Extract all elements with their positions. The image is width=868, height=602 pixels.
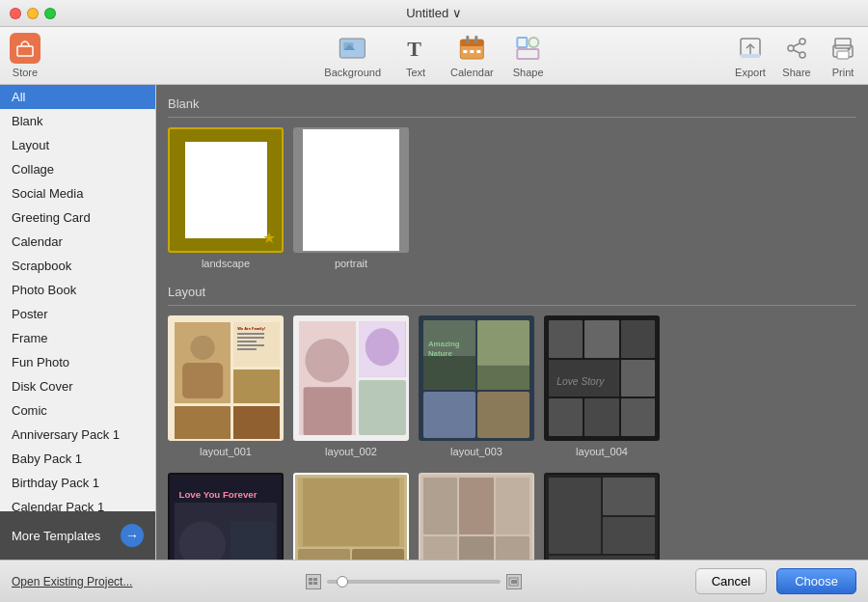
- sidebar-item-poster[interactable]: Poster: [0, 302, 155, 326]
- svg-point-36: [366, 328, 399, 366]
- layout-004-label: layout_004: [576, 446, 628, 457]
- sidebar-item-calendar-pack-1[interactable]: Calendar Pack 1: [0, 495, 155, 511]
- share-button[interactable]: Share: [781, 33, 812, 78]
- template-layout-006[interactable]: layout_006: [293, 473, 409, 560]
- background-button[interactable]: Background: [324, 33, 381, 78]
- text-line-1: [237, 333, 264, 335]
- layout-006-photo3: [352, 549, 404, 560]
- blank-templates-grid: ★ landscape portrait: [168, 127, 856, 269]
- sidebar-item-scrapbook[interactable]: Scrapbook: [0, 254, 155, 278]
- zoom-slider[interactable]: [327, 580, 501, 584]
- sidebar-item-baby-pack-1[interactable]: Baby Pack 1: [0, 447, 155, 471]
- sidebar-item-frame-label: Frame: [12, 331, 48, 345]
- sidebar-item-birthday-pack-1[interactable]: Birthday Pack 1: [0, 471, 155, 495]
- shape-button[interactable]: Shape: [513, 33, 544, 78]
- sidebar-item-all[interactable]: All: [0, 85, 155, 109]
- svg-point-17: [800, 39, 805, 44]
- text-button[interactable]: T Text: [400, 33, 431, 78]
- share-label: Share: [782, 67, 810, 78]
- sidebar-item-collage[interactable]: Collage: [0, 157, 155, 181]
- export-icon: [735, 33, 766, 64]
- layout-002-grid: [295, 317, 407, 439]
- layout-001-label: layout_001: [200, 446, 252, 457]
- sidebar-item-greeting-card[interactable]: Greeting Card: [0, 205, 155, 230]
- sidebar: All Blank Layout Collage Social Media Gr…: [0, 85, 156, 560]
- layout-007-p4: [423, 536, 457, 560]
- template-layout-007[interactable]: layout_007: [419, 473, 534, 560]
- background-icon: [338, 33, 368, 64]
- sidebar-item-layout-label: Layout: [12, 138, 49, 152]
- sidebar-item-calendar[interactable]: Calendar: [0, 230, 155, 254]
- sidebar-item-anniversary-pack-1[interactable]: Anniversary Pack 1: [0, 423, 155, 447]
- portrait-inner: [303, 129, 399, 251]
- sidebar-item-frame[interactable]: Frame: [0, 326, 155, 350]
- layout-002-photo2: [359, 321, 406, 377]
- template-layout-002[interactable]: layout_002: [293, 315, 409, 457]
- sidebar-item-comic[interactable]: Comic: [0, 398, 155, 423]
- svg-rect-0: [17, 46, 33, 56]
- layout-002-main-photo: [299, 321, 356, 435]
- template-layout-005[interactable]: Love You Forever layout_005: [168, 473, 284, 560]
- blank-section-title: Blank: [168, 96, 856, 118]
- text-line-3: [237, 341, 257, 342]
- svg-rect-13: [529, 38, 539, 47]
- svg-text:Love Story: Love Story: [556, 375, 605, 386]
- layout-002-photo3: [359, 380, 406, 436]
- store-button[interactable]: Store: [10, 33, 41, 78]
- template-layout-004[interactable]: Love Story layout_004: [544, 315, 660, 457]
- layout-003-thumb: Amazing Nature: [419, 315, 534, 441]
- layout-003-label: layout_003: [450, 446, 502, 457]
- sidebar-items-list: All Blank Layout Collage Social Media Gr…: [0, 85, 155, 511]
- export-label: Export: [735, 67, 766, 78]
- sidebar-item-social-media-label: Social Media: [12, 186, 83, 201]
- svg-point-33: [305, 339, 349, 383]
- layout-001-photo1: [175, 322, 231, 403]
- close-button[interactable]: [10, 8, 21, 19]
- layout-001-photo2: [233, 369, 280, 403]
- template-layout-001[interactable]: We Are Family!: [168, 315, 284, 457]
- layout-001-photo3: [175, 406, 231, 440]
- sidebar-item-layout[interactable]: Layout: [0, 133, 155, 157]
- toolbar-center: Background T Text: [324, 33, 543, 78]
- svg-rect-14: [518, 49, 539, 59]
- open-existing-project-button[interactable]: Open Existing Project...: [12, 575, 132, 588]
- svg-point-18: [788, 45, 794, 51]
- svg-text:T: T: [407, 37, 421, 61]
- template-layout-008[interactable]: layout_008: [544, 473, 660, 560]
- choose-button[interactable]: Choose: [776, 568, 856, 594]
- svg-rect-52: [309, 578, 312, 581]
- sidebar-item-fun-photo[interactable]: Fun Photo: [0, 350, 155, 374]
- export-button[interactable]: Export: [735, 33, 766, 78]
- svg-point-27: [191, 336, 215, 360]
- sidebar-item-photo-book-label: Photo Book: [12, 283, 76, 297]
- titlebar-controls: [10, 8, 56, 19]
- layout-001-img: We Are Family!: [170, 317, 282, 439]
- sidebar-item-social-media[interactable]: Social Media: [0, 181, 155, 205]
- sidebar-item-disk-cover[interactable]: Disk Cover: [0, 374, 155, 398]
- landscape-thumb: ★: [168, 127, 284, 253]
- svg-rect-55: [313, 582, 317, 585]
- sidebar-item-photo-book[interactable]: Photo Book: [0, 278, 155, 302]
- more-templates-button[interactable]: More Templates →: [0, 511, 155, 560]
- text-icon: T: [400, 33, 431, 64]
- layout-002-side-photos: [359, 321, 406, 435]
- zoom-slider-thumb[interactable]: [337, 576, 348, 588]
- portrait-thumb-container: [293, 127, 409, 253]
- print-button[interactable]: Print: [827, 33, 858, 78]
- calendar-button[interactable]: Calendar: [450, 33, 494, 78]
- svg-rect-31: [233, 406, 280, 440]
- layout-003-photo1: Amazing Nature: [423, 320, 475, 390]
- template-portrait[interactable]: portrait: [293, 127, 409, 269]
- sidebar-item-blank-label: Blank: [12, 114, 43, 128]
- maximize-button[interactable]: [44, 8, 56, 19]
- svg-text:Amazing: Amazing: [428, 340, 460, 348]
- layout-007-p3: [496, 478, 529, 534]
- sidebar-item-blank[interactable]: Blank: [0, 109, 155, 133]
- layout-002-label: layout_002: [325, 446, 377, 457]
- minimize-button[interactable]: [27, 8, 39, 19]
- cancel-button[interactable]: Cancel: [695, 568, 767, 594]
- shape-icon: [513, 33, 544, 64]
- template-landscape[interactable]: ★ landscape: [168, 127, 284, 269]
- template-layout-003[interactable]: Amazing Nature: [419, 315, 534, 457]
- calendar-icon: [456, 33, 487, 64]
